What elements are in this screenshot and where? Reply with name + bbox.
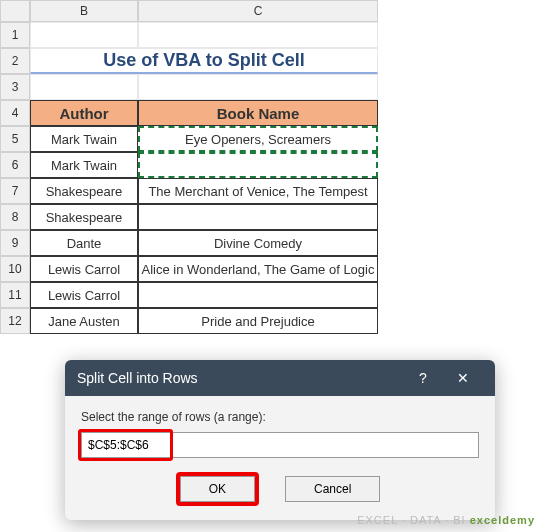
watermark: EXCEL · DATA · BI exceldemy <box>357 514 535 526</box>
cell-c3[interactable] <box>138 74 378 100</box>
cancel-button[interactable]: Cancel <box>285 476 380 502</box>
title-cell[interactable]: Use of VBA to Split Cell <box>30 48 378 74</box>
row-header-3[interactable]: 3 <box>0 74 30 100</box>
watermark-brand: exceldemy <box>470 514 535 526</box>
cell-author-12[interactable]: Jane Austen <box>30 308 138 334</box>
cell-book-6[interactable] <box>138 152 378 178</box>
dialog-label: Select the range of rows (a range): <box>81 410 479 424</box>
row-header-11[interactable]: 11 <box>0 282 30 308</box>
cell-c1[interactable] <box>138 22 378 48</box>
row-header-8[interactable]: 8 <box>0 204 30 230</box>
row-header-1[interactable]: 1 <box>0 22 30 48</box>
row-header-6[interactable]: 6 <box>0 152 30 178</box>
dialog-title-text: Split Cell into Rows <box>77 370 198 386</box>
row-header-10[interactable]: 10 <box>0 256 30 282</box>
spreadsheet-grid[interactable]: B C 1 2 Use of VBA to Split Cell 3 4 Aut… <box>0 0 547 334</box>
row-header-12[interactable]: 12 <box>0 308 30 334</box>
col-header-c[interactable]: C <box>138 0 378 22</box>
cell-author-6[interactable]: Mark Twain <box>30 152 138 178</box>
cell-book-11[interactable] <box>138 282 378 308</box>
row-header-9[interactable]: 9 <box>0 230 30 256</box>
cell-book-7[interactable]: The Merchant of Venice, The Tempest <box>138 178 378 204</box>
cell-book-12[interactable]: Pride and Prejudice <box>138 308 378 334</box>
cell-b3[interactable] <box>30 74 138 100</box>
range-input[interactable] <box>81 432 479 458</box>
help-icon[interactable]: ? <box>403 370 443 386</box>
select-all-corner[interactable] <box>0 0 30 22</box>
header-author[interactable]: Author <box>30 100 138 126</box>
row-header-5[interactable]: 5 <box>0 126 30 152</box>
cell-author-9[interactable]: Dante <box>30 230 138 256</box>
cell-book-9[interactable]: Divine Comedy <box>138 230 378 256</box>
ok-label: OK <box>209 482 226 496</box>
cell-author-7[interactable]: Shakespeare <box>30 178 138 204</box>
dialog-titlebar[interactable]: Split Cell into Rows ? ✕ <box>65 360 495 396</box>
input-dialog: Split Cell into Rows ? ✕ Select the rang… <box>65 360 495 520</box>
close-icon[interactable]: ✕ <box>443 370 483 386</box>
cell-author-11[interactable]: Lewis Carrol <box>30 282 138 308</box>
watermark-left: EXCEL · DATA · BI <box>357 514 466 526</box>
cell-b1[interactable] <box>30 22 138 48</box>
row-header-2[interactable]: 2 <box>0 48 30 74</box>
cell-book-5[interactable]: Eye Openers, Screamers <box>138 126 378 152</box>
row-header-7[interactable]: 7 <box>0 178 30 204</box>
col-header-b[interactable]: B <box>30 0 138 22</box>
cell-book-10[interactable]: Alice in Wonderland, The Game of Logic <box>138 256 378 282</box>
row-header-4[interactable]: 4 <box>0 100 30 126</box>
dialog-body: Select the range of rows (a range): OK C… <box>65 396 495 520</box>
cell-author-5[interactable]: Mark Twain <box>30 126 138 152</box>
cell-author-8[interactable]: Shakespeare <box>30 204 138 230</box>
cell-book-8[interactable] <box>138 204 378 230</box>
cell-author-10[interactable]: Lewis Carrol <box>30 256 138 282</box>
ok-button[interactable]: OK <box>180 476 255 502</box>
header-book[interactable]: Book Name <box>138 100 378 126</box>
